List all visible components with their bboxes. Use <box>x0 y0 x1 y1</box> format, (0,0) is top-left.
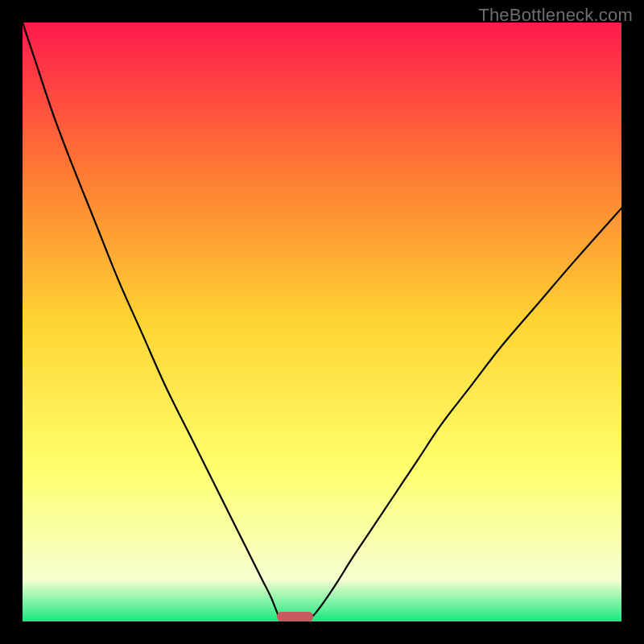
optimum-marker <box>277 612 313 621</box>
watermark-text: TheBottleneck.com <box>478 5 633 26</box>
chart-frame: TheBottleneck.com <box>0 0 644 644</box>
chart-svg <box>23 23 621 621</box>
gradient-background <box>23 23 621 621</box>
plot-area <box>23 23 621 621</box>
